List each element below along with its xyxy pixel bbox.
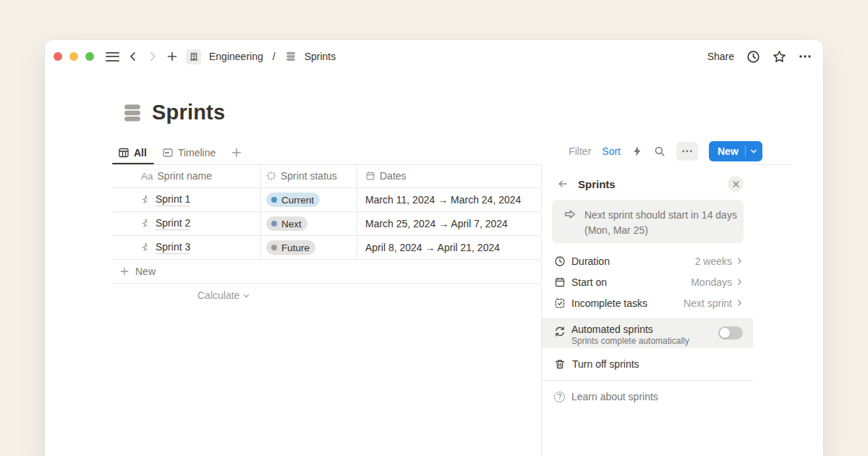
page-title-block: Sprints xyxy=(122,101,225,124)
column-label: Sprint name xyxy=(158,170,212,182)
column-header-dates[interactable]: Dates xyxy=(357,170,541,182)
tab-timeline[interactable]: Timeline xyxy=(162,147,216,159)
date-property-icon xyxy=(365,171,375,181)
status-badge[interactable]: Current xyxy=(266,193,320,207)
notice-line-1: Next sprint should start in 14 days xyxy=(584,208,737,223)
arrow-left-icon xyxy=(557,178,569,190)
column-header-sprint-name[interactable]: Aa Sprint name xyxy=(112,170,260,182)
teamspace-icon[interactable] xyxy=(186,49,201,64)
filter-button[interactable]: Filter xyxy=(569,145,591,157)
tab-all-label: All xyxy=(134,147,147,159)
ellipsis-icon xyxy=(799,50,812,63)
tab-timeline-label: Timeline xyxy=(178,147,216,159)
cycle-icon xyxy=(554,326,566,337)
star-icon xyxy=(773,50,786,64)
checkbox-dashed-icon xyxy=(554,297,566,309)
window-controls xyxy=(54,52,94,61)
status-label: Current xyxy=(281,195,314,206)
chevron-right-icon xyxy=(736,278,744,286)
status-badge[interactable]: Future xyxy=(266,240,315,255)
column-label: Dates xyxy=(380,170,407,182)
turn-off-sprints-button[interactable]: Turn off sprints xyxy=(542,348,753,380)
titlebar-nav: Engineering / Sprints xyxy=(106,40,336,73)
running-person-icon xyxy=(140,242,150,253)
chevron-down-icon xyxy=(242,292,250,300)
sprint-settings-list: Duration 2 weeks Start on Mondays xyxy=(542,250,753,313)
share-button[interactable]: Share xyxy=(707,51,734,62)
minimize-window-button[interactable] xyxy=(69,52,78,61)
panel-close-button[interactable] xyxy=(728,176,744,192)
status-badge[interactable]: Next xyxy=(266,216,307,231)
tab-all[interactable]: All xyxy=(118,147,147,159)
text-property-icon: Aa xyxy=(141,171,153,182)
new-record-button[interactable]: New xyxy=(709,141,762,161)
question-icon: ? xyxy=(554,392,565,402)
running-person-icon xyxy=(140,219,150,229)
toggle-knob xyxy=(720,328,730,338)
search-icon xyxy=(654,145,665,157)
setting-duration[interactable]: Duration 2 weeks xyxy=(542,250,753,271)
titlebar-actions: Share xyxy=(707,40,812,73)
favorite-button[interactable] xyxy=(773,50,786,64)
trash-icon xyxy=(554,358,566,370)
learn-about-sprints-link[interactable]: ? Learn about sprints xyxy=(542,381,753,413)
sidebar-menu-icon[interactable] xyxy=(106,52,119,62)
setting-value: Mondays xyxy=(691,276,732,288)
chevron-down-icon[interactable] xyxy=(749,147,758,156)
close-icon xyxy=(732,180,740,188)
plus-icon xyxy=(166,51,178,62)
more-options-button[interactable] xyxy=(799,50,812,63)
next-sprint-notice: Next sprint should start in 14 days (Mon… xyxy=(552,200,744,243)
clock-icon xyxy=(554,256,566,267)
automated-text: Automated sprints Sprints complete autom… xyxy=(571,324,689,347)
panel-header: Sprints xyxy=(542,164,753,193)
automated-sprints-toggle[interactable] xyxy=(718,326,743,339)
breadcrumb-separator: / xyxy=(273,51,276,62)
breadcrumb-page[interactable]: Sprints xyxy=(305,51,336,62)
breadcrumb-workspace[interactable]: Engineering xyxy=(209,51,263,62)
sprint-name-link[interactable]: Sprint 1 xyxy=(156,193,190,206)
automated-sprints-row[interactable]: Automated sprints Sprints complete autom… xyxy=(542,319,753,348)
table-row[interactable]: Sprint 1 Current March 11, 2024 → March … xyxy=(112,188,541,212)
notice-text: Next sprint should start in 14 days (Mon… xyxy=(584,208,737,243)
learn-label: Learn about sprints xyxy=(571,391,658,402)
dates-cell[interactable]: April 8, 2024 → April 21, 2024 xyxy=(357,242,541,253)
search-button[interactable] xyxy=(654,145,665,157)
sort-button[interactable]: Sort xyxy=(602,145,621,157)
status-property-icon xyxy=(266,171,276,181)
status-label: Future xyxy=(281,242,310,253)
chevron-right-icon xyxy=(147,51,158,62)
table-header-row: Aa Sprint name Sprint status Dates xyxy=(112,164,541,188)
forward-button[interactable] xyxy=(147,51,158,62)
updates-button[interactable] xyxy=(746,50,760,64)
automations-button[interactable] xyxy=(631,145,643,157)
clock-icon xyxy=(746,50,760,64)
add-view-button[interactable] xyxy=(231,147,242,159)
panel-back-button[interactable] xyxy=(557,178,569,190)
app-window: Engineering / Sprints Share xyxy=(45,40,823,456)
new-row-button[interactable]: New xyxy=(112,260,541,284)
table-row[interactable]: Sprint 2 Next March 25, 2024 → April 7, … xyxy=(112,212,541,236)
close-window-button[interactable] xyxy=(54,52,62,61)
column-header-sprint-status[interactable]: Sprint status xyxy=(260,170,357,182)
sprint-name-link[interactable]: Sprint 2 xyxy=(156,217,190,230)
setting-start-on[interactable]: Start on Mondays xyxy=(542,271,753,292)
automated-title: Automated sprints xyxy=(571,324,689,336)
new-button-label: New xyxy=(709,145,739,157)
dates-cell[interactable]: March 11, 2024 → March 24, 2024 xyxy=(357,194,541,206)
status-label: Next xyxy=(281,219,302,229)
dates-cell[interactable]: March 25, 2024 → April 7, 2024 xyxy=(357,218,541,229)
table-row[interactable]: Sprint 3 Future April 8, 2024 → April 21… xyxy=(112,236,541,260)
sprint-name-link[interactable]: Sprint 3 xyxy=(156,241,190,254)
plus-icon xyxy=(119,266,129,276)
back-button[interactable] xyxy=(127,51,139,62)
zoom-window-button[interactable] xyxy=(85,52,94,61)
setting-value: Next sprint xyxy=(684,297,732,309)
view-more-button[interactable] xyxy=(676,142,698,161)
lightning-icon xyxy=(631,145,643,157)
calculate-label: Calculate xyxy=(197,290,239,301)
view-tabs: All Timeline xyxy=(118,142,242,164)
calculate-button[interactable]: Calculate xyxy=(197,290,250,301)
new-page-button[interactable] xyxy=(166,51,178,62)
setting-incomplete-tasks[interactable]: Incomplete tasks Next sprint xyxy=(542,292,753,313)
